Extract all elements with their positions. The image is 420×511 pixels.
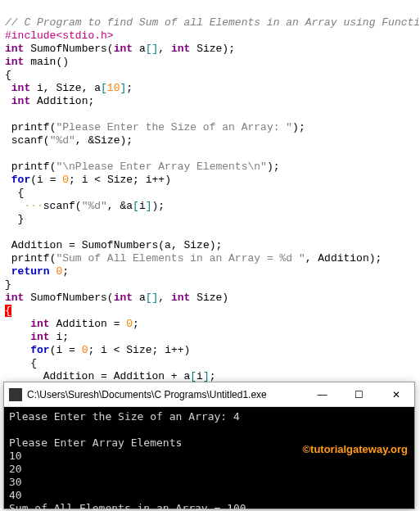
window-title: C:\Users\Suresh\Documents\C Programs\Unt… [27,389,304,400]
console-result: Sum of All Elements in an Array = 100 [9,502,246,511]
console-input: 30 [9,476,22,488]
code-comment: // C Program to find Sum of all Elements… [5,16,420,29]
close-button[interactable]: ✕ [377,382,414,407]
console-input: 40 [9,489,22,501]
matched-brace: { [5,305,11,317]
maximize-button[interactable]: ☐ [341,382,377,407]
console-line: Please Enter Array Elements [9,436,182,449]
console-input: 10 [9,450,22,462]
titlebar[interactable]: C:\Users\Suresh\Documents\C Programs\Unt… [4,382,414,407]
include-line: #include<stdio.h> [5,29,114,42]
watermark: ©tutorialgateway.org [302,443,408,456]
code-editor[interactable]: // C Program to find Sum of all Elements… [0,0,420,413]
minimize-button[interactable]: — [304,382,341,407]
console-output[interactable]: Please Enter the Size of an Array: 4 Ple… [4,407,414,509]
app-icon [9,388,22,401]
console-input: 20 [9,463,22,475]
console-window[interactable]: C:\Users\Suresh\Documents\C Programs\Unt… [3,382,415,509]
console-line: Please Enter the Size of an Array: 4 [9,410,240,423]
